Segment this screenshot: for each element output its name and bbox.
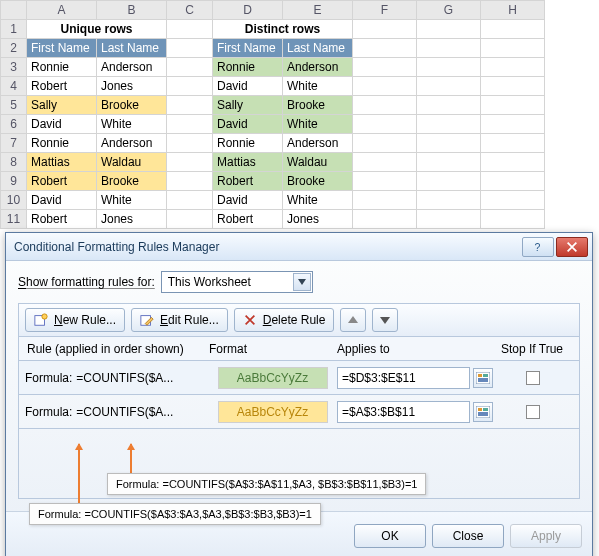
cell[interactable] bbox=[417, 58, 481, 77]
spreadsheet-grid[interactable]: A B C D E F G H 1 Unique rows Distinct r… bbox=[0, 0, 545, 229]
cell[interactable] bbox=[353, 96, 417, 115]
cell[interactable]: Jones bbox=[97, 77, 167, 96]
cell[interactable] bbox=[167, 115, 213, 134]
cell[interactable] bbox=[417, 153, 481, 172]
cell[interactable]: Ronnie bbox=[213, 58, 283, 77]
cell[interactable] bbox=[481, 153, 545, 172]
cell[interactable] bbox=[481, 134, 545, 153]
cell[interactable] bbox=[167, 134, 213, 153]
stop-checkbox[interactable] bbox=[526, 405, 540, 419]
cell[interactable]: Ronnie bbox=[27, 58, 97, 77]
stop-checkbox[interactable] bbox=[526, 371, 540, 385]
cell[interactable]: David bbox=[27, 115, 97, 134]
ok-button[interactable]: OK bbox=[354, 524, 426, 548]
cell[interactable] bbox=[481, 115, 545, 134]
row-header[interactable]: 1 bbox=[1, 20, 27, 39]
cell[interactable] bbox=[481, 172, 545, 191]
cell[interactable] bbox=[353, 191, 417, 210]
cell[interactable] bbox=[417, 115, 481, 134]
col-header[interactable]: E bbox=[283, 1, 353, 20]
cell[interactable] bbox=[167, 39, 213, 58]
cell[interactable]: Waldau bbox=[97, 153, 167, 172]
cell[interactable]: Anderson bbox=[283, 134, 353, 153]
cell[interactable] bbox=[417, 210, 481, 229]
cell[interactable]: Anderson bbox=[283, 58, 353, 77]
cell[interactable]: Jones bbox=[97, 210, 167, 229]
cell[interactable] bbox=[353, 115, 417, 134]
cell[interactable]: Ronnie bbox=[27, 134, 97, 153]
row-header[interactable]: 10 bbox=[1, 191, 27, 210]
cell[interactable] bbox=[481, 20, 545, 39]
move-up-button[interactable] bbox=[340, 308, 366, 332]
cell[interactable] bbox=[481, 77, 545, 96]
cell[interactable]: David bbox=[27, 191, 97, 210]
cell[interactable] bbox=[167, 77, 213, 96]
cell[interactable]: White bbox=[283, 77, 353, 96]
cell[interactable]: White bbox=[97, 191, 167, 210]
cell[interactable] bbox=[353, 210, 417, 229]
cell[interactable] bbox=[417, 191, 481, 210]
cell[interactable] bbox=[481, 39, 545, 58]
cell[interactable] bbox=[353, 172, 417, 191]
cell[interactable] bbox=[353, 134, 417, 153]
cell[interactable]: Robert bbox=[27, 172, 97, 191]
col-header[interactable]: G bbox=[417, 1, 481, 20]
rule-row[interactable]: Formula:=COUNTIFS($A... AaBbCcYyZz =$A$3… bbox=[18, 395, 580, 429]
scope-dropdown[interactable]: This Worksheet bbox=[161, 271, 313, 293]
cell[interactable]: David bbox=[213, 77, 283, 96]
cell[interactable]: Brooke bbox=[97, 172, 167, 191]
move-down-button[interactable] bbox=[372, 308, 398, 332]
cell[interactable] bbox=[417, 39, 481, 58]
cell[interactable]: Robert bbox=[213, 210, 283, 229]
cell[interactable]: Sally bbox=[213, 96, 283, 115]
cell[interactable]: Robert bbox=[27, 210, 97, 229]
cell[interactable] bbox=[167, 210, 213, 229]
row-header[interactable]: 5 bbox=[1, 96, 27, 115]
cell[interactable]: Robert bbox=[213, 172, 283, 191]
cell[interactable] bbox=[417, 172, 481, 191]
range-picker-icon[interactable] bbox=[473, 402, 493, 422]
cell[interactable] bbox=[353, 20, 417, 39]
cell[interactable] bbox=[167, 172, 213, 191]
cell[interactable]: Mattias bbox=[213, 153, 283, 172]
apply-button[interactable]: Apply bbox=[510, 524, 582, 548]
col-header[interactable]: B bbox=[97, 1, 167, 20]
applies-to-input[interactable]: =$D$3:$E$11 bbox=[337, 367, 470, 389]
applies-to-input[interactable]: =$A$3:$B$11 bbox=[337, 401, 470, 423]
rule-row[interactable]: Formula:=COUNTIFS($A... AaBbCcYyZz =$D$3… bbox=[18, 361, 580, 395]
cell[interactable]: Anderson bbox=[97, 134, 167, 153]
chevron-down-icon[interactable] bbox=[293, 273, 311, 291]
cell[interactable] bbox=[353, 153, 417, 172]
close-button[interactable] bbox=[556, 237, 588, 257]
cell[interactable]: Anderson bbox=[97, 58, 167, 77]
cell[interactable] bbox=[353, 58, 417, 77]
cell[interactable] bbox=[417, 77, 481, 96]
close-button[interactable]: Close bbox=[432, 524, 504, 548]
row-header[interactable]: 9 bbox=[1, 172, 27, 191]
new-rule-button[interactable]: New Rule... bbox=[25, 308, 125, 332]
row-header[interactable]: 3 bbox=[1, 58, 27, 77]
cell[interactable] bbox=[167, 58, 213, 77]
col-header[interactable]: C bbox=[167, 1, 213, 20]
row-header[interactable]: 11 bbox=[1, 210, 27, 229]
dialog-titlebar[interactable]: Conditional Formatting Rules Manager ? bbox=[6, 233, 592, 261]
cell[interactable] bbox=[167, 20, 213, 39]
cell[interactable] bbox=[417, 20, 481, 39]
cell[interactable] bbox=[167, 153, 213, 172]
edit-rule-button[interactable]: Edit Rule... bbox=[131, 308, 228, 332]
range-picker-icon[interactable] bbox=[473, 368, 493, 388]
row-header[interactable]: 4 bbox=[1, 77, 27, 96]
cell[interactable]: Brooke bbox=[283, 172, 353, 191]
col-header[interactable]: F bbox=[353, 1, 417, 20]
select-all-corner[interactable] bbox=[1, 1, 27, 20]
row-header[interactable]: 2 bbox=[1, 39, 27, 58]
help-button[interactable]: ? bbox=[522, 237, 554, 257]
col-header[interactable]: A bbox=[27, 1, 97, 20]
cell[interactable]: White bbox=[97, 115, 167, 134]
delete-rule-button[interactable]: Delete Rule bbox=[234, 308, 335, 332]
cell[interactable]: White bbox=[283, 115, 353, 134]
cell[interactable] bbox=[417, 134, 481, 153]
cell[interactable]: Sally bbox=[27, 96, 97, 115]
cell[interactable]: Mattias bbox=[27, 153, 97, 172]
cell[interactable] bbox=[353, 77, 417, 96]
